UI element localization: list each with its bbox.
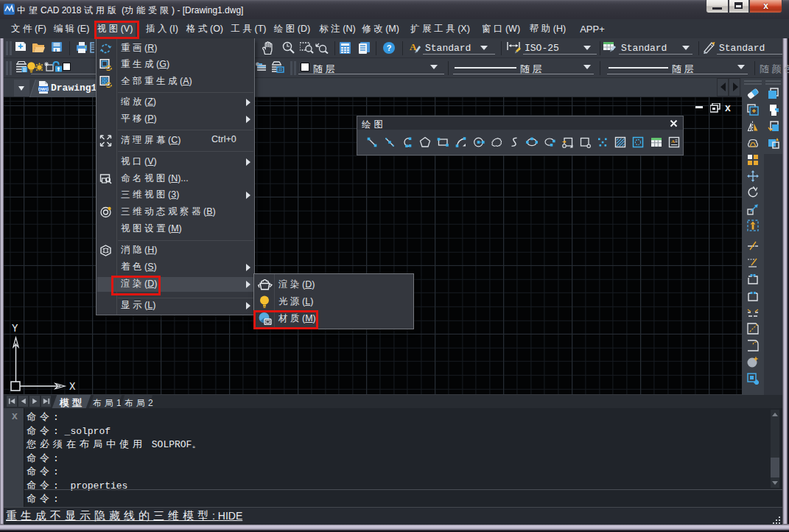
svg-text:DWG: DWG xyxy=(38,87,49,91)
svg-text:A: A xyxy=(671,139,675,144)
svg-text:?: ? xyxy=(387,43,392,52)
svg-text:Y: Y xyxy=(12,323,18,335)
svg-text:X: X xyxy=(69,381,76,391)
